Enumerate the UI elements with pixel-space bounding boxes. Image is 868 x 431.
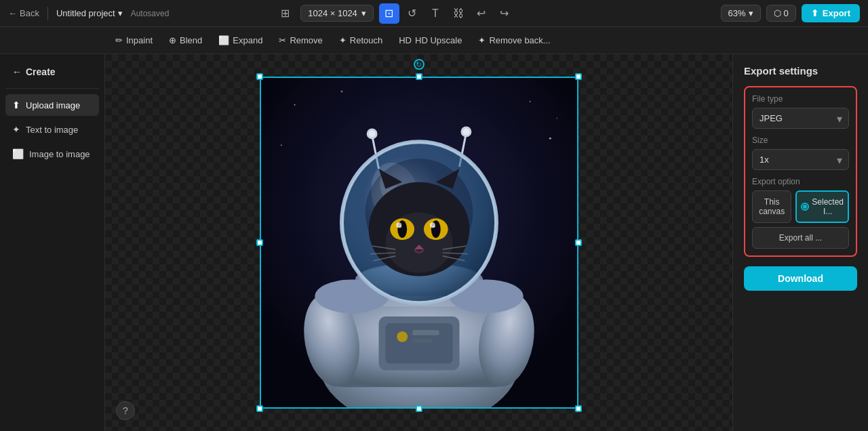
text-to-image-label: Text to image <box>26 125 78 135</box>
remove-back-button[interactable]: ✦ Remove back... <box>471 32 557 49</box>
project-name-text: Untitled project <box>56 8 115 18</box>
canvas-size-chevron-icon: ▾ <box>361 8 366 18</box>
back-label: Back <box>20 8 39 18</box>
sidebar: ← Create ⬆ Upload image ✦ Text to image … <box>0 54 105 431</box>
handle-bottom-mid[interactable] <box>416 405 422 412</box>
expand-label: Expand <box>233 35 262 45</box>
export-option-group: Export option This canvas Selected I... … <box>752 177 849 249</box>
svg-point-4 <box>556 118 557 119</box>
text-to-image-icon: ✦ <box>12 124 20 135</box>
expand-button[interactable]: ⬜ Expand <box>212 32 269 49</box>
handle-bottom-right[interactable] <box>575 405 582 412</box>
export-label: Export <box>823 8 850 18</box>
svg-point-2 <box>340 90 342 92</box>
export-option-label: Export option <box>752 177 849 186</box>
credits-icon: ⬡ <box>774 8 781 18</box>
this-canvas-label: This canvas <box>759 197 785 216</box>
handle-bottom-left[interactable] <box>256 405 263 412</box>
svg-point-3 <box>529 101 530 102</box>
retouch-icon: ✦ <box>339 35 347 45</box>
back-button[interactable]: ← Back <box>8 8 39 18</box>
inpaint-button[interactable]: ✏ Inpaint <box>108 32 159 49</box>
selected-button[interactable]: Selected I... <box>795 190 849 223</box>
help-button[interactable]: ? <box>116 401 135 420</box>
svg-rect-21 <box>412 339 433 343</box>
export-panel: Export settings File type JPEG PNG WebP … <box>732 54 868 431</box>
selected-radio-wrapper: Selected I... <box>801 197 844 216</box>
svg-rect-18 <box>385 323 452 363</box>
size-select[interactable]: 1x 2x 3x 4x <box>752 149 849 170</box>
retouch-button[interactable]: ✦ Retouch <box>332 32 389 49</box>
this-canvas-button[interactable]: This canvas <box>752 190 791 223</box>
refresh-icon[interactable]: ↺ <box>402 3 422 24</box>
export-button[interactable]: ⬆ Export <box>802 4 860 22</box>
topbar-divider <box>47 7 48 20</box>
file-type-select[interactable]: JPEG PNG WebP <box>752 108 849 129</box>
canvas-image <box>260 77 578 409</box>
topbar-tools: ⊡ ↺ T ⛓ ↩ ↪ <box>379 3 515 24</box>
rotate-handle[interactable]: ↻ <box>414 59 425 70</box>
text-tool-button[interactable]: T <box>425 3 446 24</box>
remove-back-icon: ✦ <box>478 35 486 45</box>
svg-point-1 <box>294 104 295 106</box>
export-all-label: Export all ... <box>779 233 822 243</box>
inpaint-label: Inpaint <box>126 35 153 45</box>
credits-button[interactable]: ⬡ 0 <box>766 5 796 22</box>
canvas-area[interactable]: ↻ <box>105 54 732 431</box>
upscale-icon: HD <box>399 35 412 45</box>
canvas-area-wrapper: ↻ <box>105 54 732 431</box>
canvas-size-text: 1024 × 1024 <box>308 8 357 18</box>
topbar-center-tools: ⊞ 1024 × 1024 ▾ ⊡ ↺ T ⛓ ↩ ↪ <box>275 3 515 24</box>
selection-tool-button[interactable]: ⊡ <box>379 3 399 24</box>
upscale-button[interactable]: HD HD Upscale <box>392 32 469 49</box>
download-button[interactable]: Download <box>744 266 857 291</box>
main-area: ← Create ⬆ Upload image ✦ Text to image … <box>0 54 868 431</box>
canvas-size-button[interactable]: 1024 × 1024 ▾ <box>300 5 374 22</box>
handle-top-mid[interactable] <box>416 73 422 80</box>
svg-point-6 <box>549 138 551 140</box>
svg-point-9 <box>368 130 375 137</box>
project-name[interactable]: Untitled project ▾ <box>56 8 123 18</box>
export-all-button[interactable]: Export all ... <box>752 227 849 249</box>
sidebar-item-upload[interactable]: ⬆ Upload image <box>5 94 99 116</box>
remove-back-label: Remove back... <box>489 35 550 45</box>
retouch-label: Retouch <box>350 35 382 45</box>
handle-mid-left[interactable] <box>256 239 263 246</box>
svg-point-19 <box>397 331 408 342</box>
remove-icon: ✂ <box>279 35 286 45</box>
download-label: Download <box>778 273 823 284</box>
handle-top-right[interactable] <box>575 73 582 80</box>
radio-dot-selected <box>801 203 809 211</box>
sidebar-item-image-to-image[interactable]: ⬜ Image to image <box>5 143 99 165</box>
svg-point-41 <box>399 225 401 228</box>
topbar: ← Back Untitled project ▾ Autosaved ⊞ 10… <box>0 0 868 27</box>
upload-icon: ⬆ <box>12 100 20 110</box>
file-type-label: File type <box>752 94 849 104</box>
redo-button[interactable]: ↪ <box>494 3 515 24</box>
back-arrow-icon: ← <box>8 8 17 18</box>
export-options-section: File type JPEG PNG WebP Size 1x 2x 3x <box>744 86 857 257</box>
upscale-label: HD Upscale <box>415 35 462 45</box>
undo-button[interactable]: ↩ <box>471 3 492 24</box>
create-button[interactable]: ← Create <box>5 61 99 83</box>
sidebar-item-text-to-image[interactable]: ✦ Text to image <box>5 119 99 140</box>
remove-label: Remove <box>290 35 322 45</box>
create-back-icon: ← <box>12 66 22 77</box>
sidebar-divider <box>5 88 99 89</box>
resize-icon[interactable]: ⊞ <box>275 3 295 24</box>
blend-button[interactable]: ⊕ Blend <box>162 32 209 49</box>
svg-point-42 <box>432 225 435 228</box>
rotate-icon: ↻ <box>416 60 422 69</box>
handle-mid-right[interactable] <box>575 239 582 246</box>
link-tool-button[interactable]: ⛓ <box>448 3 469 24</box>
canvas-wrapper[interactable]: ↻ <box>260 77 578 409</box>
svg-point-5 <box>280 144 281 146</box>
svg-point-12 <box>462 128 469 135</box>
file-type-section: File type JPEG PNG WebP <box>752 94 849 129</box>
blend-icon: ⊕ <box>169 35 176 45</box>
remove-button[interactable]: ✂ Remove <box>272 32 329 49</box>
project-chevron-icon: ▾ <box>118 8 123 18</box>
handle-top-left[interactable] <box>256 73 263 80</box>
zoom-button[interactable]: 63% ▾ <box>721 5 761 22</box>
help-icon: ? <box>123 405 128 416</box>
